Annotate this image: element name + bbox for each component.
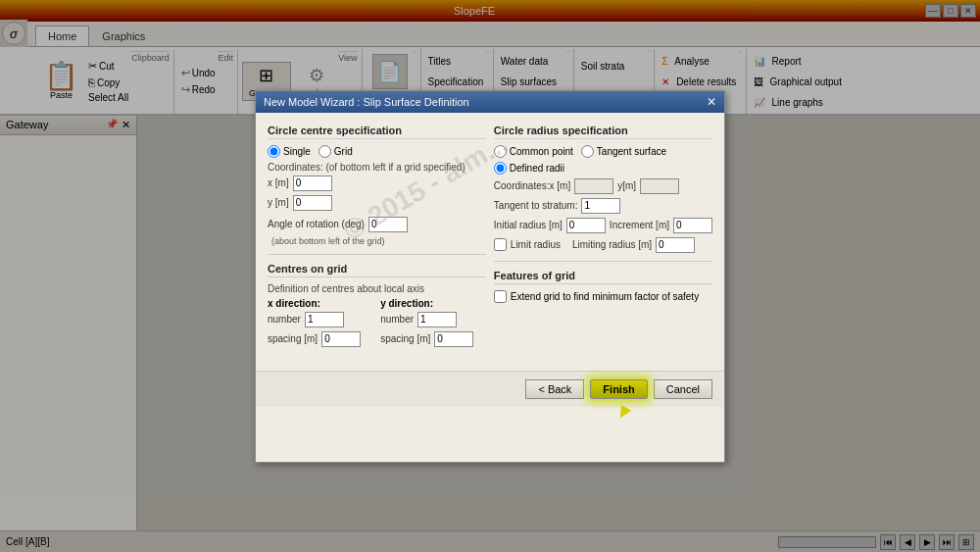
y-coord-row: y [m]: [268, 195, 486, 211]
radius-options-row2: Defined radii: [494, 162, 712, 175]
single-radio[interactable]: Single: [268, 145, 311, 158]
modal-title-bar: New Model Wizard : Slip Surface Definiti…: [256, 91, 724, 113]
number-y-input[interactable]: [417, 312, 457, 327]
circle-radius-title: Circle radius specification: [494, 125, 712, 139]
x-direction-group: x direction: number spacing [m]: [268, 298, 361, 351]
circle-centre-title: Circle centre specification: [268, 125, 486, 139]
angle-input[interactable]: [368, 217, 408, 232]
y-direction-group: y direction: number spacing [m]: [380, 298, 473, 351]
circle-radius-section: Circle radius specification Common point…: [494, 125, 712, 253]
limit-radius-checkbox[interactable]: [494, 238, 507, 251]
limiting-radius-input[interactable]: [656, 237, 695, 253]
coords-note: Coordinates: (of bottom left if a grid s…: [268, 162, 486, 173]
x-coord-row: x [m]: [268, 176, 486, 191]
angle-section: Angle of rotation (deg) (about bottom le…: [268, 217, 486, 246]
radius-coords-row: Coordinates:x [m] y[m]: [494, 178, 712, 194]
limit-radius-row: Limit radius Limiting radius [m]: [494, 237, 712, 253]
tangent-stratum-input[interactable]: [581, 198, 620, 214]
initial-radius-input[interactable]: [566, 218, 606, 233]
modal-dialog: New Model Wizard : Slip Surface Definiti…: [255, 90, 725, 463]
radius-y-input[interactable]: [640, 178, 679, 194]
centres-grid-subtitle: Definition of centres about local axis: [268, 283, 486, 294]
finish-button[interactable]: Finish: [590, 379, 647, 399]
radius-options-row1: Common point Tangent surface: [494, 145, 712, 158]
centres-on-grid-section: Centres on grid Definition of centres ab…: [268, 263, 486, 351]
features-of-grid-section: Features of grid Extend grid to find min…: [494, 270, 712, 303]
initial-radius-row: Initial radius [m] Increment [m]: [494, 218, 712, 233]
modal-close-button[interactable]: ✕: [707, 95, 716, 109]
modal-title-text: New Model Wizard : Slip Surface Definiti…: [264, 96, 469, 108]
tangent-stratum-row: Tangent to stratum:: [494, 198, 712, 214]
cancel-button[interactable]: Cancel: [654, 379, 712, 399]
circle-centre-section: Circle centre specification Single Grid: [268, 125, 486, 246]
grid-radio[interactable]: Grid: [318, 145, 353, 158]
modal-footer: < Back Finish Cancel: [256, 371, 724, 407]
common-point-radio[interactable]: Common point: [494, 145, 573, 158]
angle-note: (about bottom left of the grid): [271, 236, 486, 246]
spacing-y-input[interactable]: [434, 331, 473, 347]
features-grid-title: Features of grid: [494, 270, 712, 284]
circle-centre-options: Single Grid: [268, 145, 486, 158]
back-button[interactable]: < Back: [525, 379, 584, 399]
spacing-x-input[interactable]: [321, 331, 361, 347]
y-coord-input[interactable]: [293, 195, 332, 211]
extend-grid-checkbox[interactable]: [494, 290, 507, 303]
defined-radii-radio[interactable]: Defined radii: [494, 162, 564, 175]
radius-x-input[interactable]: [574, 178, 613, 194]
centres-grid-title: Centres on grid: [268, 263, 486, 277]
extend-grid-row: Extend grid to find minimum factor of sa…: [494, 290, 712, 303]
tangent-surface-radio[interactable]: Tangent surface: [581, 145, 666, 158]
number-x-input[interactable]: [305, 312, 344, 327]
x-coord-input[interactable]: [293, 176, 332, 191]
modal-overlay: New Model Wizard : Slip Surface Definiti…: [0, 0, 980, 552]
increment-input[interactable]: [673, 218, 712, 233]
